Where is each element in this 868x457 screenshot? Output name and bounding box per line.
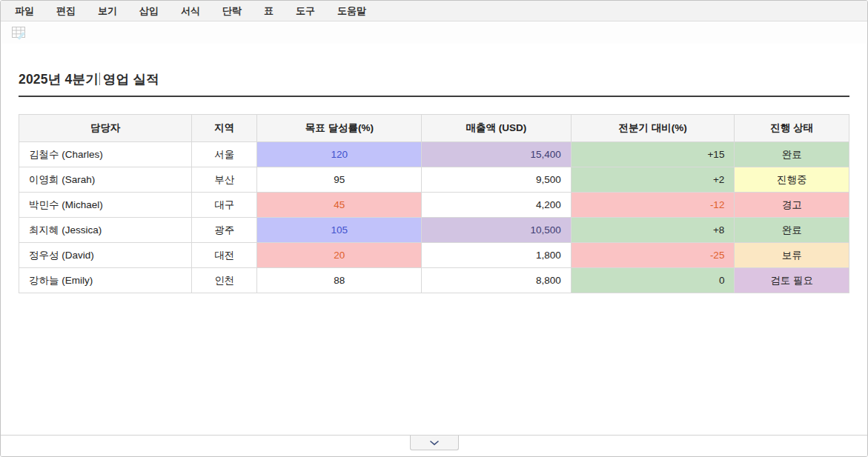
menu-item-insert[interactable]: 삽입 bbox=[128, 1, 170, 21]
menu-item-format[interactable]: 서식 bbox=[170, 1, 211, 21]
cell-name[interactable]: 최지혜 (Jessica) bbox=[19, 218, 192, 243]
sales-table: 담당자 지역 목표 달성률(%) 매출액 (USD) 전분기 대비(%) 진행 … bbox=[19, 114, 849, 293]
cell-achievement[interactable]: 45 bbox=[257, 193, 422, 218]
menu-item-paragraph[interactable]: 단락 bbox=[211, 1, 253, 21]
table-grid-icon bbox=[11, 26, 27, 40]
cell-qoq[interactable]: +8 bbox=[571, 218, 735, 243]
table-row: 정우성 (David) 대전 20 1,800 -25 보류 bbox=[19, 243, 849, 268]
header-qoq[interactable]: 전분기 대비(%) bbox=[571, 115, 735, 142]
cell-region[interactable]: 서울 bbox=[191, 142, 256, 167]
title-text-before-caret: 2025년 4분기 bbox=[19, 72, 99, 87]
cell-region[interactable]: 부산 bbox=[191, 167, 256, 193]
table-row: 김철수 (Charles) 서울 120 15,400 +15 완료 bbox=[19, 142, 849, 167]
cell-achievement[interactable]: 88 bbox=[257, 268, 422, 293]
menu-item-help[interactable]: 도움말 bbox=[326, 1, 377, 21]
table-row: 최지혜 (Jessica) 광주 105 10,500 +8 완료 bbox=[19, 218, 849, 243]
cell-status[interactable]: 검토 필요 bbox=[735, 268, 849, 293]
cell-achievement[interactable]: 20 bbox=[257, 243, 422, 268]
cell-achievement[interactable]: 95 bbox=[257, 167, 422, 193]
cell-qoq[interactable]: +15 bbox=[571, 142, 735, 167]
header-assignee[interactable]: 담당자 bbox=[19, 115, 192, 142]
cell-status[interactable]: 진행중 bbox=[735, 167, 849, 193]
document-area: 2025년 4분기영업 실적 담당자 지역 목표 달성률(%) 매출액 (USD… bbox=[1, 70, 867, 293]
table-row: 강하늘 (Emily) 인천 88 8,800 0 검토 필요 bbox=[19, 268, 849, 293]
cell-name[interactable]: 강하늘 (Emily) bbox=[19, 268, 192, 293]
cell-status[interactable]: 경고 bbox=[735, 193, 849, 218]
cell-name[interactable]: 이영희 (Sarah) bbox=[19, 167, 192, 193]
cell-qoq[interactable]: -12 bbox=[571, 193, 735, 218]
text-caret bbox=[99, 73, 100, 85]
title-text-after-caret: 영업 실적 bbox=[103, 72, 159, 87]
app-window: 파일 편집 보기 삽입 서식 단락 표 도구 도움말 2025년 4분기영업 실… bbox=[0, 0, 868, 457]
cell-name[interactable]: 김철수 (Charles) bbox=[19, 142, 192, 167]
cell-name[interactable]: 정우성 (David) bbox=[19, 243, 192, 268]
table-tool-button[interactable] bbox=[8, 23, 30, 42]
menu-bar: 파일 편집 보기 삽입 서식 단락 표 도구 도움말 bbox=[1, 1, 867, 21]
cell-status[interactable]: 완료 bbox=[735, 218, 849, 243]
cell-revenue[interactable]: 4,200 bbox=[422, 193, 572, 218]
chevron-down-icon bbox=[429, 440, 440, 446]
cell-revenue[interactable]: 1,800 bbox=[422, 243, 572, 268]
expand-panel-button[interactable] bbox=[410, 436, 459, 450]
cell-qoq[interactable]: -25 bbox=[571, 243, 735, 268]
header-achievement[interactable]: 목표 달성률(%) bbox=[257, 115, 422, 142]
menu-item-view[interactable]: 보기 bbox=[87, 1, 128, 21]
menu-item-edit[interactable]: 편집 bbox=[45, 1, 87, 21]
toolbar bbox=[1, 21, 867, 44]
header-status[interactable]: 진행 상태 bbox=[735, 115, 849, 142]
cell-achievement[interactable]: 120 bbox=[257, 142, 422, 167]
cell-achievement[interactable]: 105 bbox=[257, 218, 422, 243]
bottom-divider bbox=[1, 435, 867, 456]
cell-revenue[interactable]: 15,400 bbox=[422, 142, 572, 167]
menu-item-table[interactable]: 표 bbox=[253, 1, 285, 21]
cell-revenue[interactable]: 8,800 bbox=[422, 268, 572, 293]
table-row: 박민수 (Michael) 대구 45 4,200 -12 경고 bbox=[19, 193, 849, 218]
cell-region[interactable]: 광주 bbox=[191, 218, 256, 243]
table-header-row: 담당자 지역 목표 달성률(%) 매출액 (USD) 전분기 대비(%) 진행 … bbox=[19, 115, 849, 142]
cell-region[interactable]: 대전 bbox=[191, 243, 256, 268]
cell-name[interactable]: 박민수 (Michael) bbox=[19, 193, 192, 218]
cell-qoq[interactable]: 0 bbox=[571, 268, 735, 293]
cell-region[interactable]: 인천 bbox=[191, 268, 256, 293]
table-row: 이영희 (Sarah) 부산 95 9,500 +2 진행중 bbox=[19, 167, 849, 193]
menu-item-file[interactable]: 파일 bbox=[4, 1, 45, 21]
title-underline bbox=[19, 96, 849, 97]
menu-item-tools[interactable]: 도구 bbox=[285, 1, 326, 21]
cell-revenue[interactable]: 10,500 bbox=[422, 218, 572, 243]
cell-revenue[interactable]: 9,500 bbox=[422, 167, 572, 193]
cell-status[interactable]: 보류 bbox=[735, 243, 849, 268]
cell-region[interactable]: 대구 bbox=[191, 193, 256, 218]
page-title[interactable]: 2025년 4분기영업 실적 bbox=[19, 70, 849, 88]
cell-status[interactable]: 완료 bbox=[735, 142, 849, 167]
header-revenue[interactable]: 매출액 (USD) bbox=[422, 115, 572, 142]
header-region[interactable]: 지역 bbox=[191, 115, 256, 142]
cell-qoq[interactable]: +2 bbox=[571, 167, 735, 193]
